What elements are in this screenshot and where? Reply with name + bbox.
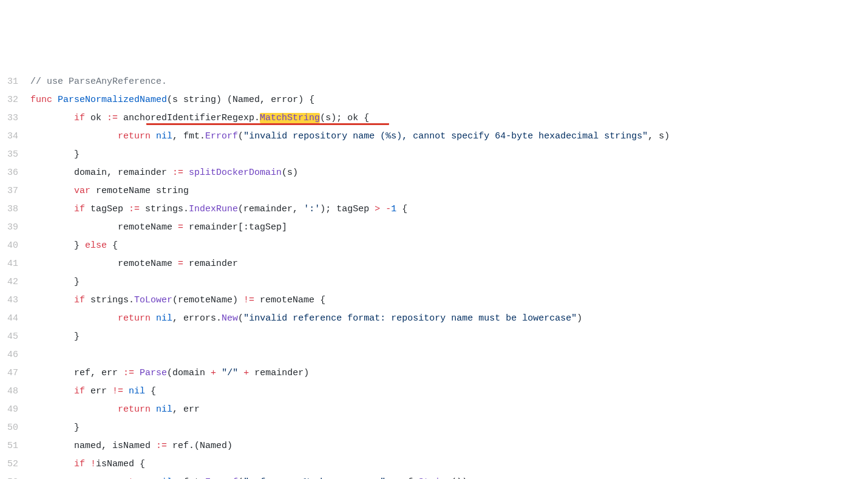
code-token: ) — [227, 441, 232, 451]
code-line[interactable]: 52 if !isNamed { — [0, 455, 868, 474]
code-line[interactable]: 50 } — [0, 419, 868, 437]
line-content[interactable]: return nil, err — [25, 401, 868, 419]
line-content[interactable]: } — [25, 146, 868, 164]
line-content[interactable]: named, isNamed := ref.(Named) — [25, 437, 868, 455]
code-token: } — [30, 149, 80, 160]
code-token: ref, err — [30, 368, 123, 378]
line-content[interactable]: return nil, fmt.Errorf("invalid reposito… — [25, 127, 868, 146]
code-line[interactable]: 31// use ParseAnyReference. — [0, 73, 868, 91]
code-line[interactable]: 44 return nil, errors.New("invalid refer… — [0, 310, 868, 328]
code-token: , — [260, 95, 271, 105]
code-token: if — [74, 459, 85, 469]
line-number: 46 — [0, 346, 25, 364]
line-number: 50 — [0, 419, 25, 437]
code-token: ( — [238, 131, 243, 141]
code-token: := — [123, 368, 134, 378]
code-token — [151, 404, 156, 415]
code-line[interactable]: 39 remoteName = remainder[:tagSep] — [0, 219, 868, 237]
code-token: } — [30, 240, 85, 251]
code-token: { — [396, 204, 407, 214]
code-token: , err — [172, 404, 200, 415]
line-content[interactable]: remoteName = remainder — [25, 255, 868, 273]
code-token: (s); ok { — [320, 113, 369, 123]
code-token: var — [74, 186, 90, 196]
code-line[interactable]: 32func ParseNormalizedNamed(s string) (N… — [0, 91, 868, 109]
code-line[interactable]: 47 ref, err := Parse(domain + "/" + rema… — [0, 364, 868, 382]
line-number: 45 — [0, 328, 25, 346]
line-number: 48 — [0, 382, 25, 401]
code-line[interactable]: 41 remoteName = remainder — [0, 255, 868, 273]
code-line[interactable]: 42 } — [0, 273, 868, 291]
code-line[interactable]: 53 return nil, fmt.Errorf("reference %s … — [0, 474, 868, 479]
code-line[interactable]: 51 named, isNamed := ref.(Named) — [0, 437, 868, 455]
code-line[interactable]: 48 if err != nil { — [0, 382, 868, 401]
line-number: 38 — [0, 200, 25, 219]
code-token: = — [178, 222, 183, 233]
code-token: tagSep — [85, 204, 129, 214]
code-line[interactable]: 49 return nil, err — [0, 401, 868, 419]
line-content[interactable]: ref, err := Parse(domain + "/" + remaind… — [25, 364, 868, 382]
code-token: Named — [200, 441, 227, 451]
line-content[interactable]: } — [25, 273, 868, 291]
line-content[interactable]: if err != nil { — [25, 382, 868, 401]
code-token: - — [385, 204, 391, 214]
code-token: { — [145, 386, 156, 396]
line-number: 36 — [0, 164, 25, 182]
line-content[interactable]: if ok := anchoredIdentifierRegexp.MatchS… — [25, 109, 868, 127]
line-content[interactable]: if tagSep := strings.IndexRune(remainder… — [25, 200, 868, 219]
code-token: ) { — [298, 95, 314, 105]
code-line[interactable]: 34 return nil, fmt.Errorf("invalid repos… — [0, 127, 868, 146]
code-token — [183, 168, 189, 178]
code-line[interactable]: 40 } else { — [0, 237, 868, 255]
line-content[interactable]: return nil, fmt.Errorf("reference %s has… — [25, 474, 868, 479]
line-number: 53 — [0, 474, 25, 479]
line-content[interactable]: var remoteName string — [25, 182, 868, 200]
code-token — [30, 186, 74, 196]
code-token: "invalid reference format: repository na… — [243, 313, 577, 324]
code-token: } — [30, 331, 80, 342]
code-line[interactable]: 37 var remoteName string — [0, 182, 868, 200]
code-token: Errorf — [205, 131, 238, 141]
code-line[interactable]: 33 if ok := anchoredIdentifierRegexp.Mat… — [0, 109, 868, 127]
line-number: 41 — [0, 255, 25, 273]
code-token: nil — [156, 313, 172, 324]
line-number: 32 — [0, 91, 25, 109]
code-token: + — [211, 368, 216, 378]
code-line[interactable]: 46 — [0, 346, 868, 364]
code-token: nil — [156, 131, 172, 141]
line-content[interactable]: } — [25, 328, 868, 346]
code-line[interactable]: 38 if tagSep := strings.IndexRune(remain… — [0, 200, 868, 219]
code-token: ); tagSep — [320, 204, 375, 214]
line-content[interactable]: } — [25, 419, 868, 437]
line-content[interactable]: if strings.ToLower(remoteName) != remote… — [25, 291, 868, 310]
line-content[interactable]: return nil, errors.New("invalid referenc… — [25, 310, 868, 328]
line-number: 37 — [0, 182, 25, 200]
line-content[interactable]: func ParseNormalizedNamed(s string) (Nam… — [25, 91, 868, 109]
code-token: splitDockerDomain — [189, 168, 282, 178]
line-number: 39 — [0, 219, 25, 237]
code-token: if — [74, 386, 85, 396]
code-token: if — [74, 204, 85, 214]
code-line[interactable]: 36 domain, remainder := splitDockerDomai… — [0, 164, 868, 182]
code-token: anchoredIdentifierRegexp. — [118, 113, 260, 123]
code-token: := — [172, 168, 183, 178]
code-token: "invalid repository name (%s), cannot sp… — [243, 131, 648, 141]
line-content[interactable]: remoteName = remainder[:tagSep] — [25, 219, 868, 237]
code-token: (domain — [167, 368, 211, 378]
line-number: 52 — [0, 455, 25, 474]
code-token: nil — [129, 386, 145, 396]
code-line[interactable]: 45 } — [0, 328, 868, 346]
code-token: named, isNamed — [30, 441, 156, 451]
code-token: != — [112, 386, 123, 396]
line-content[interactable]: // use ParseAnyReference. — [25, 73, 868, 91]
code-line[interactable]: 35 } — [0, 146, 868, 164]
line-content[interactable]: if !isNamed { — [25, 455, 868, 474]
line-content[interactable]: domain, remainder := splitDockerDomain(s… — [25, 164, 868, 182]
code-token: return — [118, 404, 151, 415]
line-content[interactable]: } else { — [25, 237, 868, 255]
code-viewer[interactable]: 31// use ParseAnyReference.32func ParseN… — [0, 73, 868, 479]
code-line[interactable]: 43 if strings.ToLower(remoteName) != rem… — [0, 291, 868, 310]
code-token: error — [271, 95, 298, 105]
code-token: { — [107, 240, 118, 251]
code-token: , s) — [648, 131, 670, 141]
